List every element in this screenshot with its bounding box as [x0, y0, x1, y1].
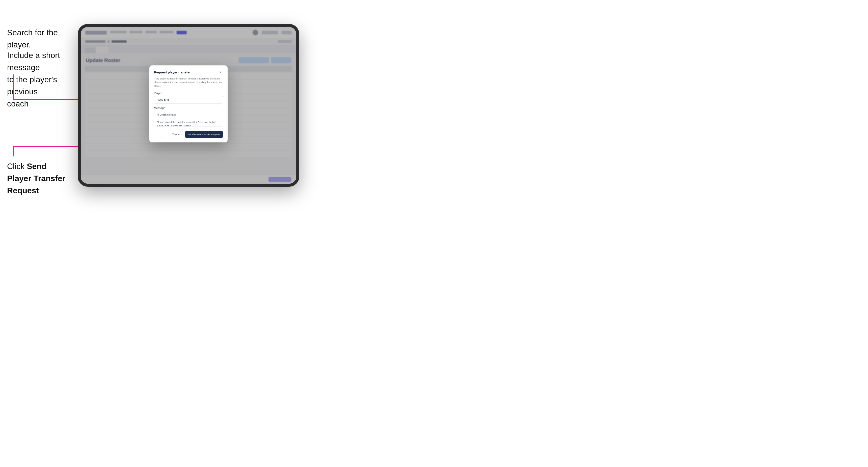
- send-transfer-request-button[interactable]: Send Player Transfer Request: [185, 131, 223, 138]
- player-input[interactable]: [154, 96, 223, 103]
- annotation-line-h1: [13, 99, 85, 100]
- modal-title: Request player transfer: [154, 70, 190, 74]
- instruction-3: Click Send Player Transfer Request: [7, 160, 70, 196]
- tablet-screen: Update Roster: [81, 27, 296, 184]
- tablet-device: Update Roster: [78, 24, 299, 187]
- instruction-1: Search for the player.: [7, 27, 75, 51]
- instruction-2-line1: Include a short message: [7, 51, 60, 72]
- message-label: Message: [154, 106, 223, 110]
- instruction-3-prefix: Click: [7, 162, 27, 171]
- modal-description: If the player is transferring from anoth…: [154, 77, 223, 88]
- annotation-line-v2: [13, 146, 14, 156]
- instruction-2-line3: coach: [7, 99, 29, 108]
- instruction-2-line2: to the player's previous: [7, 75, 57, 96]
- modal-header: Request player transfer ×: [154, 70, 223, 75]
- instruction-2: Include a short message to the player's …: [7, 49, 78, 110]
- close-icon: ×: [219, 70, 221, 74]
- transfer-request-modal: Request player transfer × If the player …: [149, 65, 227, 142]
- annotation-line-v1: [13, 74, 14, 100]
- player-label: Player: [154, 92, 223, 95]
- cancel-button[interactable]: Cancel: [169, 131, 183, 137]
- message-textarea[interactable]: Hi Coach McHarg, Please accept this tran…: [154, 111, 223, 126]
- instruction-1-text: Search for the player.: [7, 28, 58, 49]
- modal-close-button[interactable]: ×: [218, 70, 223, 75]
- modal-footer: Cancel Send Player Transfer Request: [154, 131, 223, 138]
